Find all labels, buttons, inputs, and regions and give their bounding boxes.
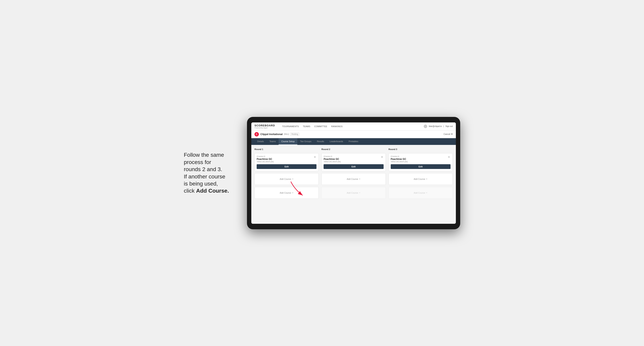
user-email: blair@clippd.io xyxy=(429,125,442,127)
page-wrapper: Follow the same process for rounds 2 and… xyxy=(184,117,460,229)
logo-sub: Powered by clippd xyxy=(254,127,275,129)
instruction-line5: is being used, xyxy=(184,180,218,187)
nav-rankings[interactable]: RANKINGS xyxy=(331,124,342,128)
round-3-course-name: Peachtree GC xyxy=(391,158,447,161)
round-3-delete-icon[interactable]: ⊗ xyxy=(447,155,450,159)
round-3-edit-button[interactable]: Edit xyxy=(391,164,450,169)
tournament-logo: C xyxy=(254,132,259,137)
instruction-line2: process for xyxy=(184,159,211,165)
round-2-add-course-2: Add Course + xyxy=(322,187,386,199)
nav-separator: | xyxy=(444,125,444,127)
round-1-label: Round 1 xyxy=(254,148,319,151)
tab-nav: Details Teams Course Setup Tee Groups Re… xyxy=(251,138,456,145)
nav-teams[interactable]: TEAMS xyxy=(303,124,310,128)
round-2-edit-button[interactable]: Edit xyxy=(324,164,384,169)
instruction-line1: Follow the same xyxy=(184,152,224,158)
round-1-course-detail: Yellow (M) (6629 yds) xyxy=(257,161,313,163)
round-3-plus-icon-1: + xyxy=(426,177,428,180)
user-avatar xyxy=(424,125,427,128)
round-3-add-course-text-1: Add Course + xyxy=(414,177,428,180)
cancel-button[interactable]: Cancel✕ xyxy=(444,133,453,136)
round-2-course-info: (Course A) Peachtree GC Yellow (M) (6629… xyxy=(324,155,380,164)
round-1-column: Round 1 (Course A) Peachtree GC Yellow (… xyxy=(254,148,319,199)
logo-title: SCOREBOARD xyxy=(254,124,275,127)
round-2-course-detail: Yellow (M) (6629 yds) xyxy=(324,161,380,163)
round-3-course-detail: Yellow (M) (6629 yds) xyxy=(391,161,447,163)
round-2-course-name: Peachtree GC xyxy=(324,158,380,161)
cancel-x-icon: ✕ xyxy=(451,133,453,135)
sign-out-link[interactable]: Sign out xyxy=(446,125,453,127)
round-3-course-tag: (Course A) xyxy=(391,155,447,157)
tournament-tag: (Men) xyxy=(284,133,289,135)
instruction-line6: click xyxy=(184,188,196,194)
round-3-add-course-text-2: Add Course + xyxy=(414,191,428,194)
main-content: Round 1 (Course A) Peachtree GC Yellow (… xyxy=(251,145,456,224)
round-2-course-header: (Course A) Peachtree GC Yellow (M) (6629… xyxy=(324,155,384,164)
rounds-grid: Round 1 (Course A) Peachtree GC Yellow (… xyxy=(254,148,453,199)
tournament-header: C Clippd Invitational (Men) Hosting Canc… xyxy=(251,131,456,138)
round-3-add-course-1[interactable]: Add Course + xyxy=(388,173,453,185)
round-2-label: Round 2 xyxy=(322,148,386,151)
round-3-plus-icon-2: + xyxy=(426,191,428,194)
nav-committee[interactable]: COMMITTEE xyxy=(314,124,327,128)
round-3-course-card: (Course A) Peachtree GC Yellow (M) (6629… xyxy=(388,153,453,171)
round-1-course-info: (Course A) Peachtree GC Yellow (M) (6629… xyxy=(257,155,313,164)
round-1-course-header: (Course A) Peachtree GC Yellow (M) (6629… xyxy=(257,155,316,164)
round-1-delete-icon[interactable]: ⊗ xyxy=(313,155,316,159)
tab-course-setup[interactable]: Course Setup xyxy=(278,138,297,145)
nav-right: blair@clippd.io | Sign out xyxy=(424,125,453,128)
round-1-plus-icon-2: + xyxy=(292,191,294,194)
round-1-add-course-1[interactable]: Add Course + xyxy=(254,173,319,185)
round-3-add-course-2: Add Course + xyxy=(388,187,453,199)
nav-tournaments[interactable]: TOURNAMENTS xyxy=(282,124,299,128)
tab-leaderboards[interactable]: Leaderboards xyxy=(327,138,346,145)
round-2-add-course-text-2: Add Course + xyxy=(347,191,360,194)
round-1-edit-button[interactable]: Edit xyxy=(257,164,316,169)
instruction-text: Follow the same process for rounds 2 and… xyxy=(184,152,239,194)
tablet-frame: SCOREBOARD Powered by clippd TOURNAMENTS… xyxy=(247,117,460,229)
round-2-add-course-text-1: Add Course + xyxy=(347,177,360,180)
tab-results[interactable]: Results xyxy=(314,138,327,145)
round-3-course-header: (Course A) Peachtree GC Yellow (M) (6629… xyxy=(391,155,450,164)
instruction-bold: Add Course. xyxy=(196,188,229,194)
round-2-delete-icon[interactable]: ⊗ xyxy=(380,155,384,159)
hosting-badge: Hosting xyxy=(290,133,299,136)
instruction-line4: If another course xyxy=(184,173,225,179)
round-3-label: Round 3 xyxy=(388,148,453,151)
logo-area: SCOREBOARD Powered by clippd xyxy=(254,124,275,129)
round-2-plus-icon-2: + xyxy=(359,191,360,194)
round-3-column: Round 3 (Course A) Peachtree GC Yellow (… xyxy=(388,148,453,199)
tab-teams[interactable]: Teams xyxy=(267,138,278,145)
nav-links: TOURNAMENTS TEAMS COMMITTEE RANKINGS xyxy=(282,124,419,128)
round-2-course-tag: (Course A) xyxy=(324,155,380,157)
round-2-course-card: (Course A) Peachtree GC Yellow (M) (6629… xyxy=(322,153,386,171)
tab-tee-groups[interactable]: Tee Groups xyxy=(297,138,314,145)
round-2-plus-icon-1: + xyxy=(359,177,360,180)
tablet-screen: SCOREBOARD Powered by clippd TOURNAMENTS… xyxy=(251,122,456,224)
round-2-add-course-1[interactable]: Add Course + xyxy=(322,173,386,185)
round-2-column: Round 2 (Course A) Peachtree GC Yellow (… xyxy=(322,148,386,199)
top-nav: SCOREBOARD Powered by clippd TOURNAMENTS… xyxy=(251,122,456,131)
round-1-add-course-text-1: Add Course + xyxy=(280,177,294,180)
round-1-course-name: Peachtree GC xyxy=(257,158,313,161)
round-3-course-info: (Course A) Peachtree GC Yellow (M) (6629… xyxy=(391,155,447,164)
tab-printables[interactable]: Printables xyxy=(346,138,361,145)
round-1-add-course-2[interactable]: Add Course + xyxy=(254,187,319,199)
tournament-name: Clippd Invitational xyxy=(260,133,283,136)
round-1-course-card: (Course A) Peachtree GC Yellow (M) (6629… xyxy=(254,153,319,171)
round-1-plus-icon-1: + xyxy=(292,177,294,180)
tab-details[interactable]: Details xyxy=(254,138,267,145)
instruction-line3: rounds 2 and 3. xyxy=(184,166,222,172)
round-1-add-course-text-2: Add Course + xyxy=(280,191,294,194)
round-1-course-tag: (Course A) xyxy=(257,155,313,157)
